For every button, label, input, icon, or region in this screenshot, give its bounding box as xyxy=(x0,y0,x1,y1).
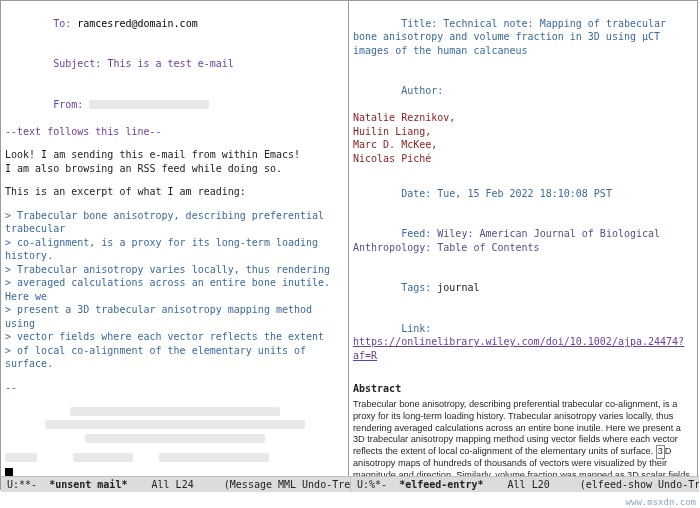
signature-redacted xyxy=(5,404,344,480)
subject-label: Subject: xyxy=(53,58,101,69)
to-row[interactable]: To: ramcesred@domain.com xyxy=(5,3,344,44)
quoted-line[interactable]: > Trabecular anisotropy varies locally, … xyxy=(5,263,344,277)
body-line[interactable]: Look! I am sending this e-mail from with… xyxy=(5,148,344,162)
body-line[interactable]: This is an excerpt of what I am reading: xyxy=(5,185,344,199)
from-row[interactable]: From: xyxy=(5,84,344,125)
subject-value[interactable]: This is a test e-mail xyxy=(107,58,233,69)
abstract-heading: Abstract xyxy=(353,382,693,396)
ml-right-pos: All L20 xyxy=(508,479,550,490)
to-value[interactable]: ramcesred@domain.com xyxy=(77,18,197,29)
to-label: To xyxy=(53,18,65,29)
watermark: www.msxdn.com xyxy=(626,496,696,508)
tags-value: journal xyxy=(437,282,479,293)
elfeed-body[interactable]: Title: Technical note: Mapping of trabec… xyxy=(353,3,693,489)
tags-label: Tags: xyxy=(401,282,431,293)
feed-row: Feed: Wiley: American Journal of Biologi… xyxy=(353,214,693,268)
ml-left-modes: (Message MML Undo-Tree Abbrev xyxy=(224,479,350,490)
date-label: Date: xyxy=(401,188,431,199)
from-value-redacted xyxy=(89,100,209,109)
ml-right-status: U:%*- xyxy=(357,479,387,490)
article-link[interactable]: https://onlinelibrary.wiley.com/doi/10.1… xyxy=(353,336,684,361)
feed-value: Wiley: American Journal of Biological An… xyxy=(353,228,666,253)
link-row: Link: https://onlinelibrary.wiley.com/do… xyxy=(353,308,693,376)
quoted-line[interactable]: > vector fields where each vector reflec… xyxy=(5,330,344,344)
title-row: Title: Technical note: Mapping of trabec… xyxy=(353,3,693,71)
modeline-right[interactable]: U:%*- *elfeed-entry* All L20 (elfeed-sho… xyxy=(350,477,699,492)
author-name: Huilin Liang, xyxy=(353,125,693,139)
modeline-left[interactable]: U:**- *unsent mail* All L24 (Message MML… xyxy=(1,477,350,492)
ml-right-modes: (elfeed-show Undo-Tree) Sat F xyxy=(580,479,699,490)
elfeed-pane[interactable]: Title: Technical note: Mapping of trabec… xyxy=(349,1,697,489)
tags-row: Tags: journal xyxy=(353,268,693,309)
date-row: Date: Tue, 15 Feb 2022 18:10:08 PST xyxy=(353,173,693,214)
author-row: Author: xyxy=(353,71,693,112)
compose-pane[interactable]: To: ramcesred@domain.com Subject: This i… xyxy=(1,1,349,489)
link-label: Link: xyxy=(401,323,431,334)
ml-right-buffer: *elfeed-entry* xyxy=(399,479,483,490)
author-name: Natalie Reznikov, xyxy=(353,111,693,125)
subject-row[interactable]: Subject: This is a test e-mail xyxy=(5,44,344,85)
header-separator: --text follows this line-- xyxy=(5,125,344,139)
feed-label: Feed: xyxy=(401,228,431,239)
text-cursor: 3 xyxy=(657,446,664,458)
quoted-line[interactable]: > of local co-alignment of the elementar… xyxy=(5,344,344,371)
body-line[interactable]: I am also browsing an RSS feed while doi… xyxy=(5,162,344,176)
quoted-line[interactable]: > present a 3D trabecular anisotropy map… xyxy=(5,303,344,330)
compose-body[interactable]: To: ramcesred@domain.com Subject: This i… xyxy=(5,3,344,489)
quoted-line[interactable]: > averaged calculations across an entire… xyxy=(5,276,344,303)
quoted-line[interactable]: > Trabecular bone anisotropy, describing… xyxy=(5,209,344,236)
sig-dashes[interactable]: -- xyxy=(5,381,344,395)
emacs-frame: To: ramcesred@domain.com Subject: This i… xyxy=(0,0,698,490)
ml-left-buffer: *unsent mail* xyxy=(49,479,127,490)
ml-left-status: U:**- xyxy=(7,479,37,490)
author-label: Author: xyxy=(401,85,443,96)
author-name: Marc D. McKee, xyxy=(353,138,693,152)
ml-left-pos: All L24 xyxy=(152,479,194,490)
date-value: Tue, 15 Feb 2022 18:10:08 PST xyxy=(437,188,612,199)
quoted-line[interactable]: > co-alignment, is a proxy for its long-… xyxy=(5,236,344,263)
from-label: From: xyxy=(53,99,83,110)
title-label: Title: xyxy=(401,18,437,29)
author-name: Nicolas Piché xyxy=(353,152,693,166)
modeline: U:**- *unsent mail* All L24 (Message MML… xyxy=(1,476,699,492)
